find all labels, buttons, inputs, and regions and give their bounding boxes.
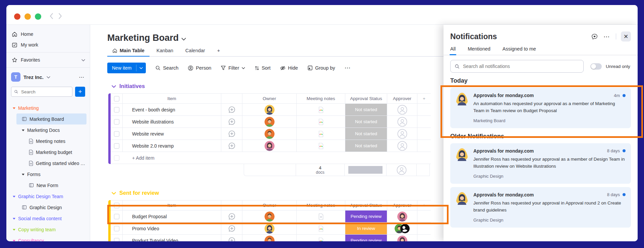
tab-main-table[interactable]: Main Table (107, 45, 150, 56)
open-updates-cell[interactable] (221, 211, 242, 222)
sidebar-item-marketing-board[interactable]: Marketing Board (16, 113, 86, 125)
owner-cell[interactable] (242, 211, 297, 222)
sidebar-item-meeting-notes[interactable]: Meeting notes (6, 136, 90, 147)
item-name[interactable]: Promo Video (123, 223, 221, 234)
column-header-approver[interactable]: Approver (387, 94, 417, 103)
approval-status-cell[interactable]: Pending review (345, 235, 387, 241)
group-title[interactable]: Sent for review (119, 190, 159, 196)
column-header-item[interactable]: Item (123, 94, 221, 103)
approval-status-cell[interactable]: Not started (345, 116, 387, 128)
table-row-product-tutorial-video[interactable]: Product Tutorial Video Pending review (111, 235, 431, 241)
sidebar-item-forms[interactable]: Forms (6, 169, 90, 180)
sidebar-item-graphic-design[interactable]: Graphic Design (6, 202, 90, 213)
add-item-row[interactable]: + Add item (111, 152, 431, 164)
item-name[interactable]: Website 2.0 revamp (123, 140, 221, 152)
status-summary-bar[interactable] (345, 164, 387, 176)
sidebar-item-my-work[interactable]: My work (6, 39, 90, 50)
notification-item[interactable]: Approvals for monday.com 8 days Jennifer… (450, 143, 631, 184)
meeting-notes-doc-icon[interactable] (318, 131, 324, 137)
add-update-icon[interactable] (228, 225, 236, 232)
close-notifications-button[interactable]: ✕ (621, 31, 631, 42)
approval-status-cell[interactable]: Not started (345, 140, 387, 152)
add-update-icon[interactable] (228, 213, 236, 220)
column-header-meeting-notes[interactable]: Meeting notes (297, 94, 345, 103)
open-updates-cell[interactable] (221, 235, 242, 241)
column-header-approval-status[interactable]: Approval Status (345, 94, 387, 103)
filter-button[interactable]: Filter (221, 65, 245, 71)
close-window-button[interactable] (14, 13, 20, 20)
owner-cell[interactable] (242, 104, 297, 115)
approver-cell[interactable] (387, 223, 417, 234)
workspace-more-icon[interactable]: ⋯ (79, 74, 84, 80)
sidebar-item-getting-started-video[interactable]: Getting started video … (6, 158, 90, 169)
notifications-tab-assigned-to-me[interactable]: Assigned to me (503, 46, 536, 55)
add-update-icon[interactable] (228, 106, 236, 113)
add-column-button[interactable]: + (417, 94, 431, 103)
add-update-icon[interactable] (228, 130, 236, 138)
meeting-notes-cell[interactable] (297, 128, 345, 140)
meeting-notes-doc-icon[interactable] (318, 106, 324, 113)
owner-cell[interactable] (242, 223, 297, 234)
meeting-notes-doc-icon[interactable] (318, 237, 324, 242)
toolbar-more-icon[interactable]: ⋯ (345, 64, 351, 72)
select-all-checkbox[interactable] (114, 203, 119, 208)
minimize-window-button[interactable] (24, 13, 31, 20)
table-row-promo-video[interactable]: Promo Video In review (111, 223, 431, 235)
open-updates-cell[interactable] (221, 104, 242, 115)
sort-button[interactable]: Sort (254, 65, 271, 71)
sidebar-item-home[interactable]: Home (6, 29, 90, 39)
notification-item[interactable]: Approvals for monday.com 4m An automatio… (450, 88, 631, 128)
collapse-arrow-icon[interactable] (22, 174, 24, 175)
maximize-window-button[interactable] (35, 13, 41, 20)
notification-board[interactable]: Graphic Design (473, 174, 626, 179)
add-update-icon[interactable] (228, 142, 236, 150)
item-name[interactable]: Product Tutorial Video (123, 235, 221, 241)
owner-cell[interactable] (242, 116, 297, 128)
collapse-arrow-icon[interactable] (13, 218, 15, 220)
notification-board[interactable]: Marketing Board (473, 118, 626, 123)
row-checkbox[interactable] (114, 131, 119, 137)
sidebar-item-consultancy[interactable]: Consultancy (6, 235, 90, 241)
approval-status-cell[interactable]: Not started (345, 128, 387, 140)
notification-item[interactable]: Approvals for monday.com 8 days Jennifer… (450, 187, 631, 228)
group-collapse-icon[interactable] (112, 83, 116, 89)
owner-cell[interactable] (242, 128, 297, 140)
row-checkbox[interactable] (114, 143, 119, 149)
tab-calendar[interactable]: Calendar (180, 45, 210, 56)
meeting-notes-cell[interactable] (297, 104, 345, 115)
notifications-search-input[interactable] (450, 60, 584, 73)
sidebar-item-favorites[interactable]: Favorites (6, 55, 90, 65)
collapse-arrow-icon[interactable] (13, 196, 15, 197)
sidebar-item-marketing[interactable]: Marketing (6, 102, 90, 113)
item-name[interactable]: Budget Proposal (123, 211, 221, 222)
collapse-arrow-icon[interactable] (13, 229, 15, 231)
meeting-notes-doc-icon[interactable] (318, 225, 324, 232)
sidebar-item-marketing-budget[interactable]: Marketing budget (6, 147, 90, 158)
docs-summary[interactable]: 4docs (296, 164, 345, 176)
item-name[interactable]: Website review (123, 128, 221, 140)
meeting-notes-cell[interactable] (297, 140, 345, 152)
select-all-checkbox[interactable] (114, 96, 119, 101)
meeting-notes-cell[interactable] (297, 116, 345, 128)
chevron-down-icon[interactable] (81, 57, 85, 63)
unread-only-toggle[interactable] (590, 63, 602, 70)
column-header-item[interactable]: Item (123, 200, 221, 210)
approver-cell[interactable] (387, 128, 417, 140)
doc-template-icon[interactable] (318, 213, 324, 220)
notifications-tab-all[interactable]: All (450, 46, 456, 55)
forward-icon[interactable] (58, 13, 62, 20)
notifications-more-icon[interactable]: ⋯ (603, 33, 610, 40)
new-item-caret-icon[interactable] (136, 63, 146, 73)
open-updates-cell[interactable] (221, 223, 242, 234)
column-header-approval-status[interactable]: Approval Status (345, 200, 387, 210)
group-collapse-icon[interactable] (112, 190, 116, 196)
sidebar-item-graphic-design-team[interactable]: Graphic Design Team (6, 191, 90, 202)
meeting-notes-doc-icon[interactable] (318, 143, 324, 149)
meeting-notes-cell[interactable] (297, 235, 345, 241)
approval-status-cell[interactable]: Not started (345, 104, 387, 115)
add-column-button[interactable]: + (417, 200, 431, 210)
chevron-down-icon[interactable] (181, 33, 186, 43)
table-row-budget-proposal[interactable]: Budget Proposal Pending review (111, 211, 431, 223)
tab-kanban[interactable]: Kanban (152, 45, 178, 56)
table-row-website-2-0-revamp[interactable]: Website 2.0 revamp Not started (111, 140, 431, 152)
